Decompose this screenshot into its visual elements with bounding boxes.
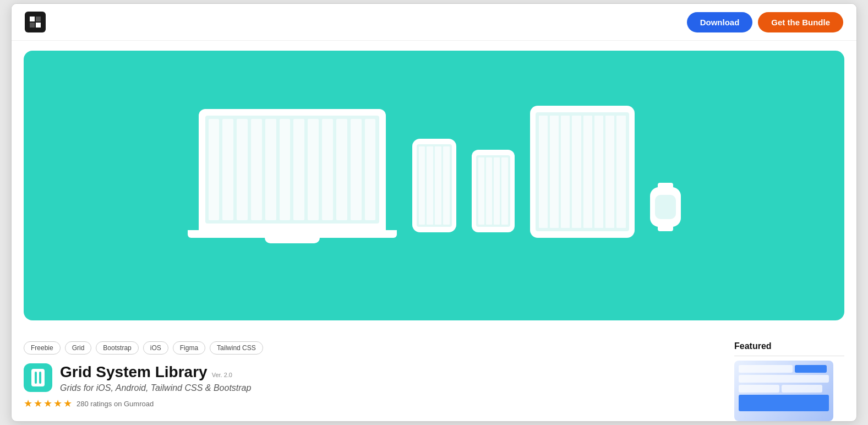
tablet-device — [530, 106, 635, 238]
hero-banner — [24, 51, 844, 320]
product-subtitle: Grids for iOS, Android, Tailwind CSS & B… — [60, 383, 251, 393]
ratings-row: ★★★★★ 280 ratings on Gumroad — [24, 397, 712, 410]
phone-short-screen — [476, 155, 510, 227]
app-window: Download Get the Bundle — [11, 3, 857, 422]
product-title-area: Grid System Library Ver. 2.0 Grids for i… — [60, 363, 251, 393]
laptop-screen — [199, 109, 386, 230]
tablet-screen — [536, 112, 629, 231]
phone-tall-device — [412, 139, 456, 232]
tag-grid[interactable]: Grid — [65, 341, 92, 355]
watch-band-top — [658, 183, 673, 188]
featured-title: Featured — [734, 341, 844, 356]
logo[interactable] — [25, 12, 46, 32]
tags-list: Freebie Grid Bootstrap iOS Figma Tailwin… — [24, 341, 712, 355]
watch-face — [655, 195, 676, 219]
logo-icon — [30, 17, 41, 28]
featured-thumbnail-content — [734, 361, 833, 421]
product-title-row: Grid System Library Ver. 2.0 — [60, 363, 251, 381]
watch-band-bottom — [658, 226, 673, 231]
phone-short-device — [472, 150, 515, 232]
laptop-grid — [205, 116, 379, 224]
bundle-button[interactable]: Get the Bundle — [758, 12, 843, 32]
ratings-text: 280 ratings on Gumroad — [77, 400, 154, 408]
devices-illustration — [188, 106, 681, 265]
tag-ios[interactable]: iOS — [143, 341, 168, 355]
tag-figma[interactable]: Figma — [173, 341, 205, 355]
product-icon — [24, 363, 52, 392]
laptop-base — [188, 230, 397, 238]
laptop-device — [188, 109, 397, 243]
featured-thumbnail[interactable] — [734, 361, 833, 421]
product-header: Grid System Library Ver. 2.0 Grids for i… — [24, 363, 712, 393]
download-button[interactable]: Download — [687, 12, 753, 32]
tag-freebie[interactable]: Freebie — [24, 341, 61, 355]
product-title: Grid System Library — [60, 363, 208, 381]
product-icon-graphic — [31, 369, 45, 386]
star-icons: ★★★★★ — [24, 397, 73, 410]
tag-bootstrap[interactable]: Bootstrap — [96, 341, 138, 355]
version-badge: Ver. 2.0 — [212, 372, 232, 378]
header: Download Get the Bundle — [12, 4, 856, 41]
header-buttons: Download Get the Bundle — [687, 12, 843, 32]
laptop-stand — [265, 238, 320, 243]
bottom-section: Freebie Grid Bootstrap iOS Figma Tailwin… — [12, 330, 856, 421]
phone-tall-screen — [417, 144, 452, 227]
product-info: Freebie Grid Bootstrap iOS Figma Tailwin… — [24, 341, 712, 421]
watch-device — [650, 187, 681, 227]
featured-section: Featured — [734, 341, 844, 421]
tag-tailwind[interactable]: Tailwind CSS — [210, 341, 263, 355]
